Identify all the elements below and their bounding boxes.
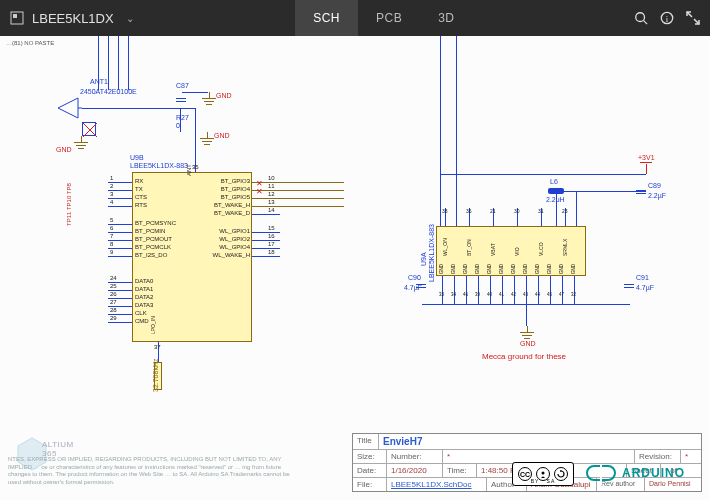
pin-number: 5 [110,217,113,223]
dnf-marker [82,122,96,136]
power-rail: +3V1 [638,154,655,161]
pin-wire [108,256,132,257]
pin-name: CTS [135,194,147,200]
nc-marker: ✕ [256,187,263,196]
wire [456,36,457,226]
tab-3d[interactable]: 3D [420,0,472,36]
tab-sch[interactable]: SCH [295,0,358,36]
pin-number: 14 [268,207,275,213]
pin-ant-num: 35 [192,164,199,170]
mecca-note: Mecca ground for these [482,352,566,361]
gnd-symbol [520,326,534,340]
disclaimer-text: NTES, EXPRESS OR IMPLIED, REGARDING PROD… [8,456,298,486]
info-icon[interactable]: i [660,11,674,25]
pin-name: RTS [135,202,147,208]
pin-number: 25 [110,283,117,289]
svg-line-3 [644,21,648,25]
pin-wire [514,276,515,304]
pin-name: GND [523,264,528,274]
pin-number: 23 [562,208,568,214]
cap-c91 [628,280,630,292]
offsheet-wire [252,198,344,199]
pin-number: 10 [268,175,275,181]
tb-size-lbl: Size: [353,450,387,463]
pin-name: GND [463,264,468,274]
pin-number: 7 [110,233,113,239]
pin-wire [574,276,575,304]
wire [576,191,577,226]
pin-name: BT_PCMOUT [135,236,172,242]
search-icon[interactable] [634,11,648,25]
svg-text:i: i [666,14,669,24]
pin-name: WL_GPIO1 [194,228,250,234]
pin-number: 36 [466,208,472,214]
pin-number: 39 [475,292,480,297]
pin-name: BT_ON [466,239,472,256]
document-name[interactable]: LBEE5KL1DX [32,11,114,26]
titleblock-title-label: Title [353,434,379,449]
pin-name: DATA0 [135,278,153,284]
c89-value: 2.2µF [648,192,666,199]
pin-name: WL_ON [442,238,448,256]
tb-file[interactable]: LBEE5KL1DX.SchDoc [387,478,487,491]
pin-wire [252,256,280,257]
pin-number: 2 [110,183,113,189]
wire [564,191,646,192]
cc-by-sa-badge: CC BY SA [512,462,574,486]
pin-wire [550,276,551,304]
c87-designator: C87 [176,82,189,89]
pin-number: 26 [110,291,117,297]
pin-number: 24 [110,275,117,281]
pin-name: GND [571,264,576,274]
pin-number: 32 [571,292,576,297]
pin-name: VBAT [490,243,496,256]
pin-number: 29 [110,315,117,321]
chevron-down-icon[interactable]: ⌄ [126,13,134,24]
pin-number: 30 [514,208,520,214]
pin-name: VIO [514,247,520,256]
c90-designator: C90 [408,274,421,281]
pin-name: GND [475,264,480,274]
r27-designator: R27 [176,114,189,121]
l6-designator: L6 [550,178,558,185]
pin-name: VLCO [538,242,544,256]
pin-number: 31 [538,208,544,214]
pin-wire [538,276,539,304]
wire [440,36,441,226]
wire [646,164,647,174]
offsheet-wire [252,182,344,183]
pin-name: DATA1 [135,286,153,292]
pin-number: 27 [110,299,117,305]
pin-wire [108,206,132,207]
c89-designator: C89 [648,182,661,189]
c91-designator: C91 [636,274,649,281]
pin-name: BT_PCMSYNC [135,220,176,226]
antenna-designator: ANT1 [90,78,108,85]
wire [526,304,527,326]
pin-name: CLK [135,310,147,316]
pin-lpo-num: 37 [154,344,161,350]
pin-number: 40 [487,292,492,297]
schematic-canvas[interactable]: …(81) NO PASTE ANT1 2450AT42E0100E C87 G… [0,36,710,500]
wire [82,108,195,109]
antenna-symbol [58,96,82,124]
tab-pcb[interactable]: PCB [358,0,420,36]
pin-number: 3 [110,191,113,197]
pin-name: WL_WAKE_H [194,252,250,258]
tb-date-lbl: Date: [353,464,387,477]
top-bar: LBEE5KL1DX ⌄ SCH PCB 3D i [0,0,710,36]
pin-number: 33 [439,292,444,297]
pin-number: 17 [268,241,275,247]
svg-point-10 [542,472,545,475]
pin-wire [526,276,527,304]
offsheet-wire [252,190,344,191]
pin-name: GND [511,264,516,274]
gnd-label: GND [520,340,536,347]
pin-name: GND [451,264,456,274]
pin-name: SRMLX [562,239,568,256]
top-text-fragment: …(81) NO PASTE [6,40,54,46]
fullscreen-icon[interactable] [686,11,700,25]
pin-wire [252,240,280,241]
c91-value: 4.7µF [636,284,654,291]
pin-number: 11 [268,183,275,189]
